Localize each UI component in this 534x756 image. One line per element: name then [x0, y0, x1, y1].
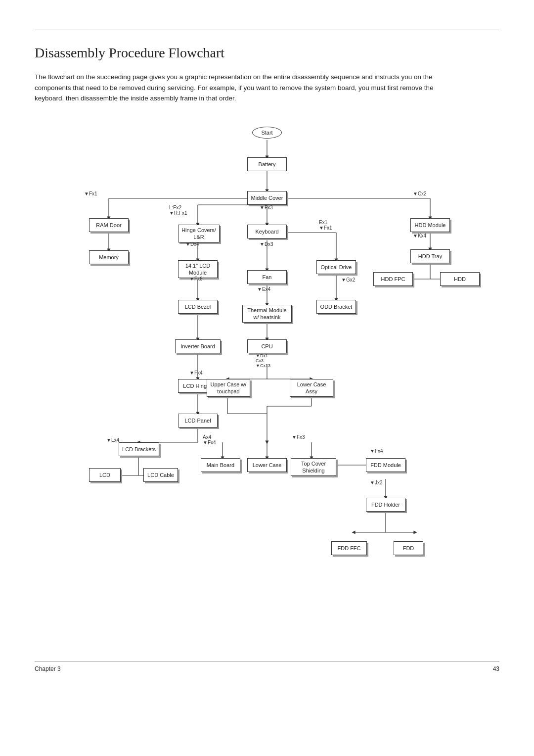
node-lcd: LCD: [89, 468, 121, 482]
node-thermal-module: Thermal Module w/ heatsink: [242, 305, 292, 323]
node-start: Start: [252, 127, 282, 139]
flowchart: Start Battery ▼Fx1 RAM Door Memory ▼Cx2 …: [35, 122, 499, 641]
node-main-board: Main Board: [201, 458, 240, 472]
label-cx2: ▼Cx2: [413, 191, 427, 196]
node-odd-bracket: ODD Bracket: [316, 300, 356, 314]
label-fx1-left: ▼Fx1: [84, 191, 97, 196]
label-kx4: ▼Kx4: [413, 233, 426, 238]
top-rule: [35, 30, 499, 30]
label-dx4: ▼Dx4: [185, 241, 199, 247]
node-hdd-module: HDD Module: [410, 218, 450, 232]
label-dx1-cx3-cx13: ▼Dx1 Cx3 ▼Cx13: [256, 353, 270, 368]
node-middle-cover: Middle Cover: [247, 191, 287, 205]
bottom-rule: [35, 661, 499, 662]
node-fdd: FDD: [394, 541, 423, 555]
node-lcd-brackets: LCD Brackets: [119, 442, 159, 456]
node-cpu: CPU: [247, 339, 287, 353]
node-hdd-fpc: HDD FPC: [373, 272, 413, 286]
node-memory: Memory: [89, 250, 129, 264]
node-hdd: HDD: [440, 272, 480, 286]
label-fx6: ▼Fx6: [189, 276, 203, 282]
label-dx3: ▼Dx3: [260, 241, 273, 247]
node-inverter-board: Inverter Board: [175, 339, 221, 353]
label-ax4-fx4: Ax4 ▼Fx4: [203, 434, 216, 445]
label-fx3-keyboard: ▼Fx3: [260, 205, 273, 210]
label-fx4-hinges: ▼Fx4: [189, 370, 203, 376]
footer-page: 43: [493, 665, 499, 672]
node-keyboard: Keyboard: [247, 225, 287, 238]
label-fx3-top: ▼Fx3: [292, 434, 305, 440]
node-fan: Fan: [247, 270, 287, 284]
label-ex4: ▼Ex4: [257, 286, 270, 292]
node-lower-case: Lower Case: [247, 458, 287, 472]
node-fdd-module: FDD Module: [366, 458, 405, 472]
footer-chapter: Chapter 3: [35, 665, 61, 672]
intro-paragraph: The flowchart on the succeeding page giv…: [35, 72, 460, 104]
node-lcd-panel: LCD Panel: [178, 414, 218, 427]
label-lfx2-rfx1: L:Fx2 ▼R:Fx1: [169, 205, 187, 216]
node-hdd-tray: HDD Tray: [410, 249, 450, 263]
footer: Chapter 3 43: [35, 665, 499, 672]
node-fdd-ffc: FDD FFC: [331, 541, 367, 555]
node-ram-door: RAM Door: [89, 218, 129, 232]
node-hinge-covers: Hinge Covers/ L&R: [178, 225, 220, 243]
node-battery: Battery: [247, 157, 287, 171]
node-upper-case: Upper Case w/ touchpad: [207, 379, 250, 397]
label-ex1-fx1: Ex1 ▼Fx1: [319, 220, 332, 231]
node-lcd-bezel: LCD Bezel: [178, 300, 218, 314]
page-title: Disassembly Procedure Flowchart: [35, 45, 499, 61]
node-top-cover-shielding: Top Cover Shielding: [291, 458, 336, 476]
label-gx2: ▼Gx2: [341, 277, 355, 283]
label-jx3: ▼Jx3: [370, 480, 382, 485]
node-lcd-cable: LCD Cable: [143, 468, 178, 482]
node-optical-drive: Optical Drive: [316, 260, 356, 274]
label-lx4: ▼Lx4: [106, 437, 119, 443]
node-lower-case-assy: Lower Case Assy: [290, 379, 333, 397]
label-fx4-fdd: ▼Fx4: [370, 448, 383, 454]
node-fdd-holder: FDD Holder: [366, 498, 405, 512]
